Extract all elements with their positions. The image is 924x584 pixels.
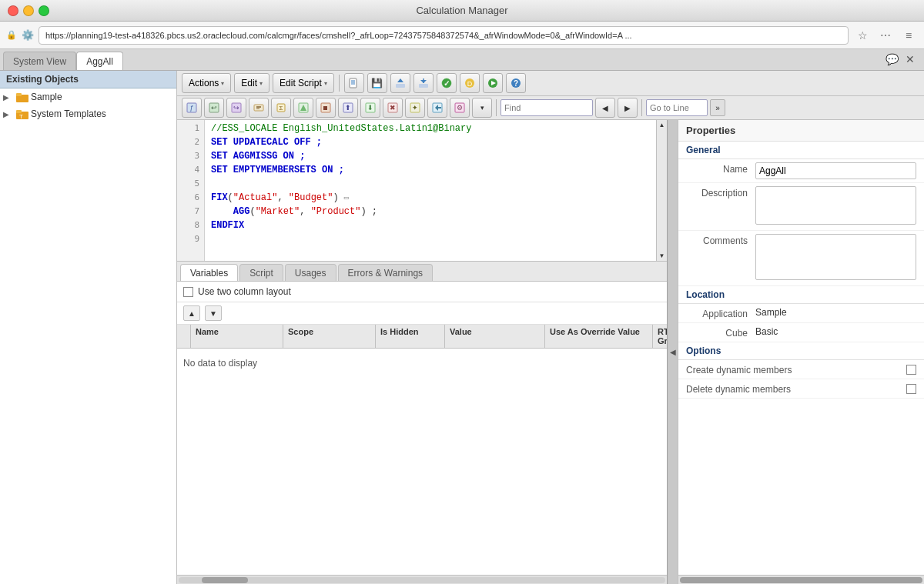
bottom-panel: Variables Script Usages Errors & Warning… — [177, 261, 667, 584]
collapse-properties-button[interactable]: ◀ — [667, 120, 678, 584]
tab-system-view[interactable]: System View — [3, 52, 76, 70]
delete-dynamic-checkbox[interactable] — [906, 384, 916, 394]
script-tool-3[interactable]: ↪ — [226, 98, 246, 118]
sidebar: Existing Objects ▶ Sample ▶ T System Tem… — [0, 71, 177, 584]
script-tool-7[interactable]: ⏹ — [316, 98, 336, 118]
create-dynamic-checkbox[interactable] — [906, 365, 916, 375]
editor-properties-container: 1 2 3 4 5 6 7 8 9 //ESS_LOCALE English_U… — [177, 120, 924, 584]
url-bar[interactable]: https://planning19-test-a418326.pbcs.us2… — [38, 26, 849, 45]
comments-textarea[interactable] — [755, 234, 916, 280]
edit-script-label: Edit Script — [280, 78, 322, 88]
minimize-button[interactable] — [23, 5, 34, 16]
info-icon: ⚙️ — [22, 29, 34, 41]
svg-text:✓: ✓ — [444, 79, 450, 88]
script-tool-6[interactable] — [293, 98, 313, 118]
scroll-track[interactable] — [179, 577, 665, 583]
new-icon[interactable] — [344, 73, 364, 93]
find-input[interactable] — [500, 99, 593, 116]
validate-icon[interactable]: ✓ — [437, 73, 457, 93]
tree-label-system-templates: System Templates — [31, 108, 106, 119]
script-tool-2[interactable]: ↩ — [204, 98, 224, 118]
actions-button[interactable]: Actions ▾ — [182, 73, 231, 93]
edit-script-button[interactable]: Edit Script ▾ — [273, 73, 334, 93]
bookmark-icon[interactable]: ☆ — [853, 26, 872, 45]
download-icon[interactable] — [413, 73, 434, 93]
description-label: Description — [686, 186, 755, 199]
script-tool-5[interactable]: Σ — [271, 98, 291, 118]
maximize-button[interactable] — [38, 5, 49, 16]
save-icon[interactable]: 💾 — [367, 73, 387, 93]
two-column-checkbox[interactable] — [183, 287, 193, 297]
col-override: Use As Override Value — [545, 325, 653, 348]
tree-item-system-templates[interactable]: ▶ T System Templates — [0, 105, 176, 122]
script-tool-11[interactable]: ✦ — [405, 98, 425, 118]
script-tool-9[interactable]: ⬇ — [360, 98, 380, 118]
tab-aggall[interactable]: AggAll — [76, 52, 123, 70]
tab-variables[interactable]: Variables — [180, 264, 238, 281]
tab-system-view-label: System View — [13, 56, 66, 67]
properties-panel: Properties General Name Description Comm… — [678, 120, 924, 584]
comments-label: Comments — [686, 234, 755, 246]
script-tool-4[interactable] — [249, 98, 269, 118]
close-button[interactable] — [8, 5, 18, 16]
scroll-down-icon[interactable]: ▼ — [659, 252, 665, 259]
script-tool-8[interactable]: ⬆ — [338, 98, 358, 118]
right-panel: Actions ▾ Edit ▾ Edit Script ▾ 💾 — [177, 71, 924, 584]
section-general: General — [678, 142, 924, 159]
panel-tabs-row: Variables Script Usages Errors & Warning… — [177, 262, 667, 282]
name-input[interactable] — [755, 162, 916, 179]
move-down-button[interactable]: ▼ — [205, 305, 222, 321]
expand-arrow-system-templates: ▶ — [3, 110, 14, 118]
tab-script[interactable]: Script — [239, 264, 283, 281]
code-content[interactable]: //ESS_LOCALE English_UnitedStates.Latin1… — [205, 120, 656, 261]
scroll-thumb[interactable] — [202, 577, 248, 583]
comments-value — [755, 234, 916, 282]
deploy-icon[interactable]: D — [460, 73, 480, 93]
section-options: Options — [678, 342, 924, 360]
close-tab-icon[interactable]: ✕ — [902, 52, 918, 67]
collapse-icon-6[interactable]: ▭ — [344, 194, 349, 202]
find-next-icon[interactable]: ▶ — [618, 98, 638, 118]
goto-line-input[interactable] — [646, 99, 708, 116]
run-icon[interactable] — [483, 73, 503, 93]
window-controls — [8, 5, 49, 16]
chat-icon[interactable]: 💬 — [884, 52, 899, 67]
col-select — [177, 325, 191, 348]
editor-scrollbar: ▲ ▼ — [656, 120, 667, 261]
upload-icon[interactable] — [390, 73, 410, 93]
address-bar: 🔒 ⚙️ https://planning19-test-a418326.pbc… — [0, 22, 924, 49]
menu-icon[interactable]: ≡ — [899, 26, 918, 45]
props-scroll-track[interactable] — [680, 577, 922, 583]
code-line-6: FIX("Actual", "Budget") ▭ — [211, 191, 650, 205]
description-textarea[interactable] — [755, 186, 916, 225]
code-line-9 — [211, 232, 650, 246]
line-numbers: 1 2 3 4 5 6 7 8 9 — [177, 120, 205, 261]
code-editor[interactable]: 1 2 3 4 5 6 7 8 9 //ESS_LOCALE English_U… — [177, 120, 656, 261]
script-tool-13[interactable]: ⚙ — [450, 98, 470, 118]
props-scroll-thumb[interactable] — [680, 577, 922, 583]
help-icon[interactable]: ? — [506, 73, 526, 93]
more-tools-button[interactable]: » — [710, 99, 725, 116]
script-tool-12[interactable] — [427, 98, 447, 118]
script-tool-1[interactable]: ƒ — [182, 98, 202, 118]
extensions-icon[interactable]: ⋯ — [876, 26, 895, 45]
find-prev-icon[interactable]: ◀ — [595, 98, 615, 118]
move-up-button[interactable]: ▲ — [183, 305, 200, 321]
sidebar-tree: ▶ Sample ▶ T System Templates — [0, 88, 176, 584]
actions-chevron-icon: ▾ — [221, 80, 224, 87]
scroll-up-icon[interactable]: ▲ — [659, 122, 665, 128]
col-rtp: RTP Group — [653, 325, 667, 348]
edit-button[interactable]: Edit ▾ — [234, 73, 270, 93]
svg-text:D: D — [467, 80, 472, 88]
tree-item-sample[interactable]: ▶ Sample — [0, 88, 176, 105]
edit-chevron-icon: ▾ — [259, 80, 263, 87]
line-num-1: 1 — [177, 122, 204, 135]
tab-usages[interactable]: Usages — [285, 264, 336, 281]
variables-table: Name Scope Is Hidden Value Use As Overri… — [177, 325, 667, 575]
tab-errors[interactable]: Errors & Warnings — [338, 264, 434, 281]
script-tool-10[interactable]: ✖ — [383, 98, 403, 118]
script-tool-dropdown[interactable]: ▾ — [472, 98, 492, 118]
properties-header: Properties — [678, 120, 924, 142]
svg-text:✦: ✦ — [412, 104, 418, 112]
svg-text:?: ? — [514, 79, 518, 88]
